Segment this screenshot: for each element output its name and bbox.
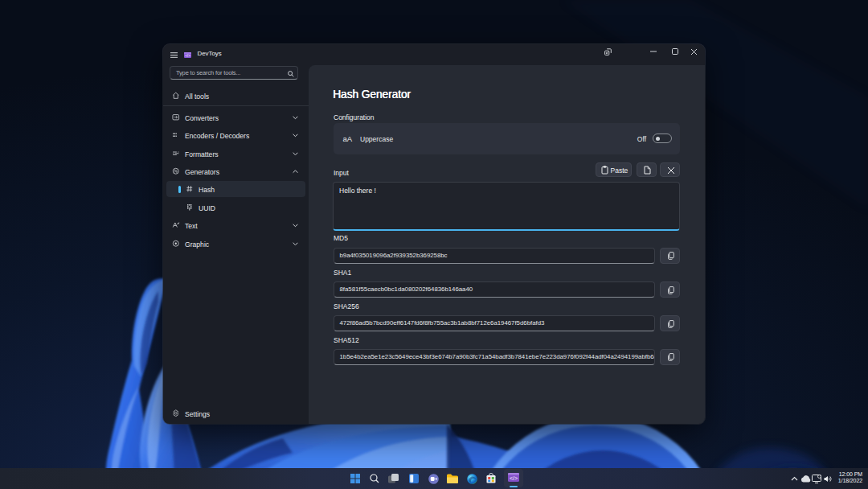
svg-text:</>: </> (510, 475, 518, 481)
svg-text:</>: </> (185, 53, 190, 57)
